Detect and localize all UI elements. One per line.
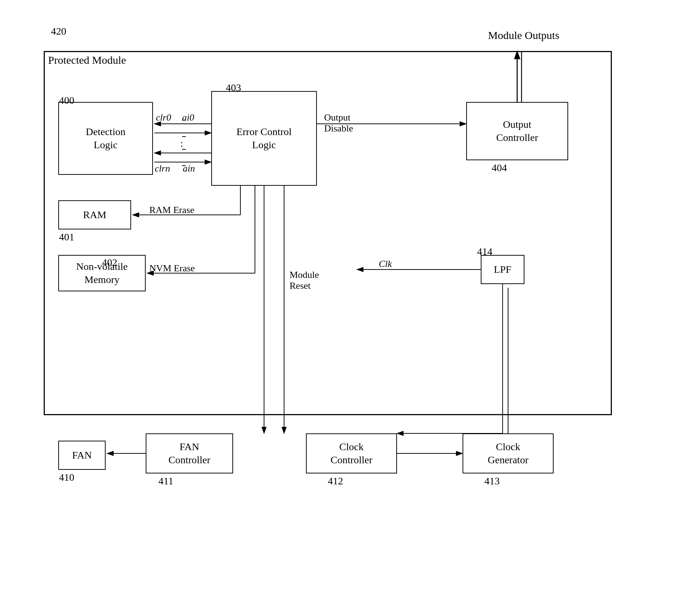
output-disable-label: OutputDisable [324,112,353,134]
ref-414: 414 [477,246,492,257]
detection-logic-label: Detection Logic [86,125,126,152]
output-controller-box: Output Controller [466,102,568,160]
fan-box: FAN [58,441,106,470]
clock-controller-label: Clock Controller [330,440,372,467]
lpf-box: LPF [481,255,524,284]
detection-logic-box: Detection Logic [58,102,153,175]
ref-402: 402 [102,257,117,268]
ref-420: 420 [51,25,66,37]
ref-404: 404 [492,162,507,174]
error-control-label: Error Control Logic [236,125,292,152]
ref-400: 400 [59,95,74,106]
ref-413: 413 [484,475,500,487]
module-reset-label: ModuleReset [290,270,319,291]
protected-module-label: Protected Module [48,54,126,66]
clr0-label: clr0 [156,112,171,123]
fan-controller-box: FAN Controller [146,433,233,473]
module-outputs-label: Module Outputs [488,29,559,42]
fan-controller-label: FAN Controller [168,440,210,467]
ain-label: ain [183,163,195,174]
clrn-label: clrn [155,163,170,174]
ram-box: RAM [58,200,131,229]
ram-erase-label: RAM Erase [149,205,194,216]
dots-label: : [180,138,183,149]
error-control-logic-box: Error Control Logic [211,91,317,186]
nvm-erase-label: NVM Erase [149,263,195,274]
clock-generator-box: Clock Generator [463,433,554,473]
ref-410: 410 [59,472,74,483]
module-outputs-text: Module Outputs [488,29,559,41]
clock-generator-label: Clock Generator [488,440,528,467]
diagram-container: 420 Module Outputs Protected Module Dete… [29,22,670,575]
ai0-label: ai0 [182,112,194,123]
ram-label: RAM [83,208,106,221]
lpf-label: LPF [494,263,511,276]
output-controller-label: Output Controller [496,118,538,145]
clock-controller-box: Clock Controller [306,433,397,473]
fan-label: FAN [72,449,92,462]
ref-403: 403 [226,82,241,94]
clk-label: Clk [379,259,392,270]
ref-401: 401 [59,231,74,243]
ref-412: 412 [328,475,343,487]
ref-411: 411 [158,475,173,487]
